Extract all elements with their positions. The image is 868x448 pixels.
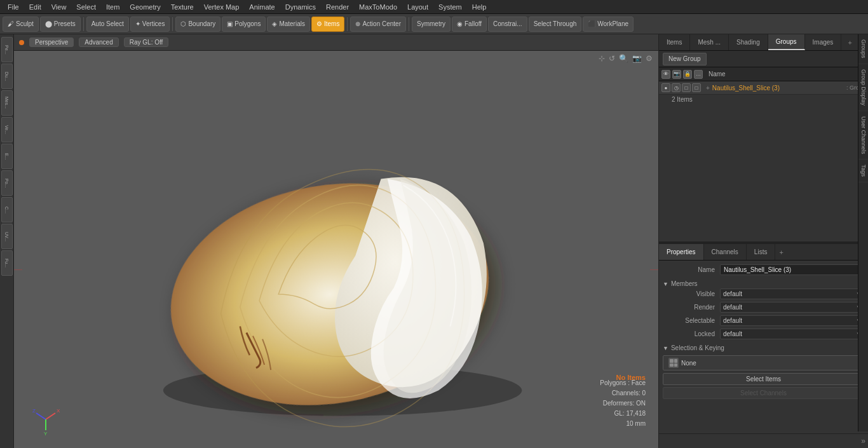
visible-value: default — [723, 290, 742, 297]
select-through-button[interactable]: Select Through — [529, 17, 582, 32]
polygons-button[interactable]: ▣ Polygons — [222, 17, 266, 32]
menu-dynamics[interactable]: Dynamics — [280, 2, 321, 12]
sidebar-btn-poly[interactable]: Po... — [1, 170, 13, 196]
tab-shading[interactable]: Shading — [729, 34, 768, 50]
row-lock-btn[interactable]: □ — [682, 83, 691, 92]
col-extra-btn[interactable]: … — [694, 70, 703, 79]
falloff-button[interactable]: ◉ Falloff — [452, 17, 487, 32]
sculpt-button[interactable]: 🖌 Sculpt — [3, 17, 39, 32]
vtab-user-channels[interactable]: User Channels — [858, 111, 868, 160]
menu-select[interactable]: Select — [71, 2, 101, 12]
vp-camera-icon[interactable]: 📷 — [632, 53, 642, 64]
props-tab-properties[interactable]: Properties — [659, 244, 704, 260]
visible-select[interactable]: default ▼ — [720, 288, 864, 299]
sidebar-btn-fu[interactable]: Fu... — [1, 250, 13, 276]
locked-select[interactable]: default ▼ — [720, 329, 864, 339]
visible-label: Visible — [663, 290, 720, 297]
menu-view[interactable]: View — [46, 2, 72, 12]
main-area: Pe... Du... Mes... Ve... E... Po... C...… — [0, 34, 868, 448]
col-eye-btn[interactable]: 👁 — [661, 70, 670, 79]
members-section-header[interactable]: ▼ Members — [663, 278, 864, 288]
menu-system[interactable]: System — [433, 2, 467, 12]
props-tab-add[interactable]: + — [775, 244, 787, 260]
menu-file[interactable]: File — [3, 2, 24, 12]
svg-text:Y: Y — [44, 431, 48, 435]
sidebar-btn-mesh[interactable]: Mes... — [1, 90, 13, 116]
menu-render[interactable]: Render — [321, 2, 354, 12]
vp-settings-icon[interactable]: ⚙ — [645, 53, 653, 64]
name-input[interactable] — [720, 264, 864, 275]
row-extra-btn[interactable]: □ — [692, 83, 701, 92]
action-center-button[interactable]: ⊕ Action Center — [350, 17, 406, 32]
vtab-tags[interactable]: Tags — [858, 160, 868, 182]
ray-gl-label[interactable]: Ray GL: Off — [124, 37, 169, 47]
none-button[interactable]: None — [663, 355, 864, 370]
menu-animate[interactable]: Animate — [244, 2, 280, 12]
presets-button[interactable]: ⬤ Presets — [40, 17, 81, 32]
name-row: Name — [663, 264, 864, 275]
sidebar-btn-uv[interactable]: UV... — [1, 224, 13, 249]
left-sidebar: Pe... Du... Mes... Ve... E... Po... C...… — [0, 34, 14, 448]
selectable-row: Selectable default ▼ — [663, 315, 864, 326]
constraints-button[interactable]: Constrai... — [488, 17, 527, 32]
vtab-group-display[interactable]: Group Display — [858, 64, 868, 111]
locked-row: Locked default ▼ — [663, 329, 864, 339]
sel-key-section-header[interactable]: ▼ Selection & Keying — [663, 342, 864, 353]
materials-button[interactable]: ◈ Materials — [267, 17, 310, 32]
menu-vertex-map[interactable]: Vertex Map — [199, 2, 245, 12]
svg-text:Z: Z — [32, 408, 36, 414]
props-tab-lists[interactable]: Lists — [747, 244, 776, 260]
workplane-icon: ⬛ — [588, 20, 595, 27]
row-expand-icon[interactable]: + — [706, 85, 710, 92]
select-items-button[interactable]: Select Items — [663, 373, 864, 385]
sidebar-btn-e[interactable]: E... — [1, 144, 13, 169]
advanced-label[interactable]: Advanced — [79, 37, 118, 47]
sidebar-btn-vertex[interactable]: Ve... — [1, 117, 13, 142]
menu-item[interactable]: Item — [101, 2, 125, 12]
row-render-btn[interactable]: ◷ — [672, 83, 681, 92]
sidebar-btn-perspective[interactable]: Pe... — [1, 37, 13, 62]
menu-layout[interactable]: Layout — [402, 2, 433, 12]
vp-move-icon[interactable]: ⊹ — [598, 53, 606, 64]
vp-refresh-icon[interactable]: ↺ — [608, 53, 616, 64]
render-value: default — [723, 304, 742, 311]
dot2 — [674, 359, 678, 363]
perspective-label[interactable]: Perspective — [29, 37, 74, 47]
new-group-button[interactable]: New Group — [663, 53, 707, 65]
viewport-dot — [19, 40, 24, 45]
viewport[interactable]: ⊹ ↺ 🔍 📷 ⚙ No Items Polygons : Face Chann… — [14, 51, 658, 448]
tab-add-button[interactable]: + — [843, 34, 857, 50]
tab-images[interactable]: Images — [805, 34, 842, 50]
sidebar-btn-duplicate[interactable]: Du... — [1, 64, 13, 89]
viewport-area: Perspective Advanced Ray GL: Off — [14, 34, 658, 448]
vtab-groups[interactable]: Groups — [858, 34, 868, 64]
items-button[interactable]: ⚙ Items — [311, 17, 344, 32]
vertices-button[interactable]: ✦ Vertices — [130, 17, 170, 32]
auto-select-button[interactable]: Auto Select — [86, 17, 129, 32]
render-select[interactable]: default ▼ — [720, 302, 864, 313]
menu-edit[interactable]: Edit — [24, 2, 46, 12]
vp-search-icon[interactable]: 🔍 — [618, 53, 629, 64]
boundary-button[interactable]: ⬡ Boundary — [175, 17, 220, 32]
svg-line-3 — [46, 413, 55, 419]
col-render-btn[interactable]: 📷 — [672, 70, 681, 79]
sidebar-btn-c[interactable]: C... — [1, 197, 13, 222]
col-lock-btn[interactable]: 🔒 — [683, 70, 692, 79]
selectable-select[interactable]: default ▼ — [720, 315, 864, 326]
symmetry-button[interactable]: Symmetry — [412, 17, 451, 32]
menu-texture[interactable]: Texture — [166, 2, 199, 12]
tab-groups[interactable]: Groups — [768, 34, 805, 50]
menu-geometry[interactable]: Geometry — [125, 2, 165, 12]
workplane-button[interactable]: ⬛ WorkPlane — [583, 17, 634, 32]
props-tab-channels[interactable]: Channels — [704, 244, 747, 260]
menu-maxtomodo[interactable]: MaxToModo — [354, 2, 402, 12]
row-eye-btn[interactable]: ● — [661, 83, 670, 92]
select-channels-button[interactable]: Select Channels — [663, 387, 864, 399]
tab-mesh[interactable]: Mesh ... — [690, 34, 729, 50]
tab-items[interactable]: Items — [659, 34, 690, 50]
props-expand-bottom-icon[interactable]: » — [861, 437, 865, 445]
menu-help[interactable]: Help — [467, 2, 492, 12]
materials-icon: ◈ — [272, 20, 277, 27]
group-row-nautilus[interactable]: ● ◷ □ □ + Nautilus_Shell_Slice (3) : Gro… — [659, 81, 868, 95]
sel-key-label: Selection & Keying — [671, 344, 724, 351]
